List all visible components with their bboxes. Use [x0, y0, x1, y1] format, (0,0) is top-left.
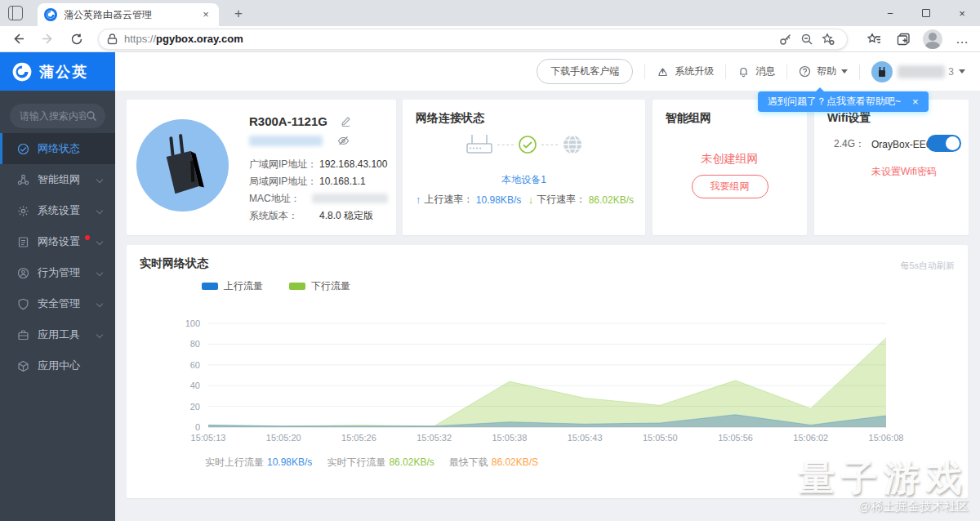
tab-title: 蒲公英路由器云管理	[64, 8, 199, 22]
svg-text:15:06:02: 15:06:02	[793, 433, 828, 443]
browser-titlebar: 蒲公英路由器云管理 × + − ×	[0, 0, 980, 26]
lock-icon	[107, 33, 118, 45]
sidebar-item-label: 行为管理	[38, 265, 80, 280]
rate-row: ↑ 上行速率： 10.98KB/s ↓ 下行速率： 86.02KB/s	[416, 193, 634, 207]
download-rate: ↓ 下行速率： 86.02KB/s	[528, 193, 634, 207]
sidebar-item-network-status[interactable]: 网络状态	[0, 133, 115, 164]
caret-down-icon	[959, 69, 965, 73]
svg-text:15:05:13: 15:05:13	[191, 433, 226, 443]
app-logo[interactable]: 蒲公英	[0, 52, 115, 91]
oray-logo-icon	[11, 61, 33, 82]
footer-stat: 实时下行流量86.02KB/s	[327, 456, 434, 470]
divider	[644, 65, 645, 79]
bell-icon	[737, 65, 751, 78]
sidebar-item-app-tools[interactable]: 应用工具	[0, 319, 115, 350]
device-detail-row: 局域网IP地址：10.168.1.1	[249, 173, 388, 190]
avatar-icon	[923, 29, 942, 49]
sidebar-item-behavior-mgmt[interactable]: 行为管理	[0, 257, 115, 288]
help-tooltip[interactable]: 遇到问题了？点我查看帮助吧~ ×	[758, 91, 929, 112]
svg-text:15:05:32: 15:05:32	[416, 433, 452, 443]
maximize-button[interactable]	[908, 0, 944, 26]
wifi-toggle[interactable]	[927, 135, 961, 152]
auto-refresh-note: 每5s自动刷新	[900, 260, 955, 272]
favorites-bar-icon[interactable]	[862, 28, 885, 51]
smart-network-icon	[17, 174, 29, 186]
tab-close-icon[interactable]: ×	[199, 8, 212, 21]
browser-tab[interactable]: 蒲公英路由器云管理 ×	[38, 3, 219, 26]
local-device-link[interactable]: 本地设备1	[403, 173, 645, 187]
connection-status-card: 网络连接状态 本地设备1 ↑ 上行速率： 10.98KB/s ↓ 下行速率： 8…	[403, 100, 645, 235]
svg-text:15:06:08: 15:06:08	[869, 433, 904, 443]
system-settings-icon	[17, 205, 29, 217]
svg-text:15:05:56: 15:05:56	[718, 433, 753, 443]
password-key-icon[interactable]	[775, 29, 796, 49]
svg-text:0: 0	[195, 422, 200, 432]
sidebar-item-smart-network[interactable]: 智能组网	[0, 164, 115, 195]
caret-down-icon	[841, 69, 848, 73]
app-topbar: 下载手机客户端 系统升级 消息 帮助 3	[115, 52, 980, 91]
sidebar-item-system-settings[interactable]: 系统设置	[0, 195, 115, 226]
new-tab-button[interactable]: +	[229, 5, 248, 24]
mac-blurred	[312, 194, 388, 203]
system-upgrade-button[interactable]: 系统升级	[657, 65, 714, 78]
minimize-button[interactable]: −	[872, 0, 908, 26]
sidebar-item-label: 网络设置	[38, 234, 80, 249]
footer-stat: 实时上行流量10.98KB/s	[205, 456, 312, 470]
smartnet-status: 未创建组网	[653, 152, 807, 167]
device-info-card: R300A-1121G 广域网IP地址：192.168.43.100局域网IP地…	[127, 100, 396, 235]
tooltip-close-icon[interactable]: ×	[912, 96, 919, 108]
wifi-band-row: 2.4G： OrayBox-EE6A	[834, 137, 938, 151]
edit-pencil-icon[interactable]	[341, 116, 351, 127]
search-input[interactable]	[20, 110, 86, 122]
download-legend-swatch	[289, 283, 305, 290]
create-network-button[interactable]: 我要组网	[692, 175, 768, 198]
collections-icon[interactable]	[892, 28, 915, 51]
sidebar-item-label: 网络状态	[38, 141, 80, 156]
sidebar-item-security-mgmt[interactable]: 安全管理	[0, 288, 115, 319]
svg-text:20: 20	[190, 402, 200, 412]
svg-text:15:05:38: 15:05:38	[492, 433, 527, 443]
account-menu[interactable]: 3	[871, 61, 965, 82]
device-detail-row: MAC地址：	[249, 190, 388, 207]
back-button[interactable]	[7, 28, 29, 51]
url-text[interactable]: https://pgybox.oray.com	[124, 33, 775, 45]
sidebar-item-app-center[interactable]: 应用中心	[0, 350, 115, 381]
svg-text:100: 100	[185, 318, 200, 328]
up-arrow-icon: ↑	[416, 194, 421, 206]
messages-button[interactable]: 消息	[737, 65, 775, 78]
settings-menu-icon[interactable]: …	[951, 28, 973, 51]
link-line	[497, 145, 514, 145]
refresh-button[interactable]	[65, 28, 88, 51]
sidebar-item-label: 应用工具	[38, 327, 80, 342]
sidebar-item-label: 系统设置	[38, 203, 80, 218]
url-bar[interactable]: https://pgybox.oray.com	[98, 29, 848, 50]
close-button[interactable]: ×	[944, 0, 980, 26]
upload-rate: ↑ 上行速率： 10.98KB/s	[416, 193, 521, 207]
help-menu[interactable]: 帮助	[799, 65, 848, 78]
network-status-icon	[17, 143, 29, 155]
forward-button[interactable]	[36, 28, 59, 51]
sidebar-item-label: 安全管理	[38, 296, 80, 311]
card-title: 网络连接状态	[416, 111, 484, 126]
sidebar-item-network-settings[interactable]: 网络设置	[0, 226, 115, 257]
svg-text:15:05:20: 15:05:20	[266, 433, 301, 443]
favorite-star-icon[interactable]	[817, 29, 839, 49]
chevron-down-icon	[96, 207, 103, 214]
security-mgmt-icon	[17, 298, 29, 310]
zoom-out-icon[interactable]	[796, 29, 817, 49]
eye-off-icon[interactable]	[337, 136, 350, 146]
download-app-button[interactable]: 下载手机客户端	[537, 59, 633, 84]
device-detail-rows: 广域网IP地址：192.168.43.100局域网IP地址：10.168.1.1…	[249, 156, 388, 225]
sidebar: 蒲公英 网络状态智能组网系统设置网络设置行为管理安全管理应用工具应用中心	[0, 52, 115, 521]
profile-avatar[interactable]	[921, 28, 944, 51]
divider	[725, 65, 726, 79]
svg-text:60: 60	[190, 360, 200, 370]
wifi-password-warning[interactable]: 未设置Wifi密码	[871, 165, 937, 179]
router-icon	[466, 132, 493, 157]
tab-actions-icon[interactable]	[8, 6, 23, 20]
app-center-icon	[17, 360, 29, 372]
main-content: 遇到问题了？点我查看帮助吧~ × R300A-1121G	[115, 91, 980, 521]
sidebar-search[interactable]	[10, 104, 105, 128]
new-dot-badge	[85, 235, 90, 240]
divider	[786, 65, 787, 79]
